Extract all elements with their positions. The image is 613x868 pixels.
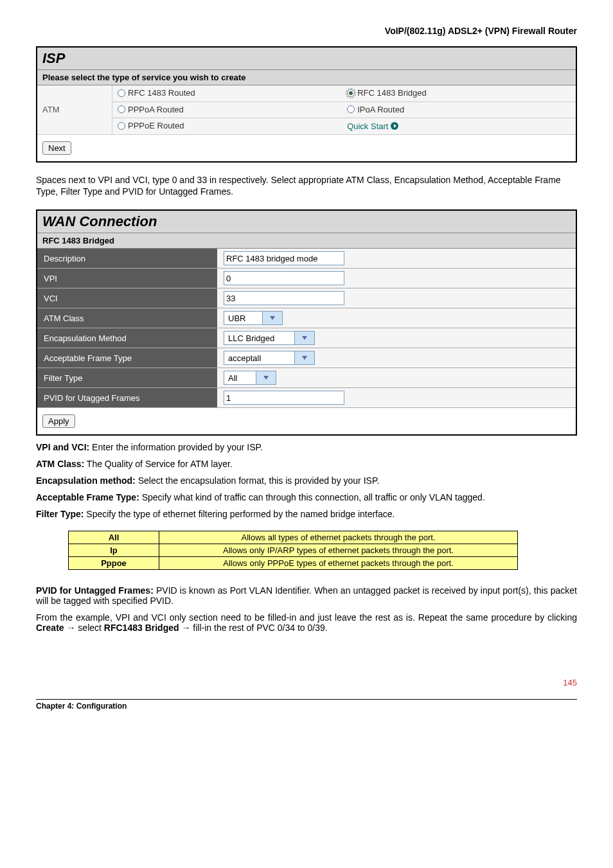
table-row: AllAllows all types of ethernet packets … — [69, 531, 518, 544]
radio-icon — [118, 89, 125, 97]
desc-body: Select the encapsulation format, this is… — [136, 475, 380, 486]
isp-panel: ISP Please select the type of service yo… — [36, 46, 577, 163]
chevron-down-icon — [262, 312, 282, 324]
wan-title: WAN Connection — [37, 211, 576, 233]
row-label: PVID for Utagged Frames — [37, 388, 217, 408]
radio-label: IPoA Routed — [357, 105, 404, 114]
filter-head: Ip — [69, 544, 159, 557]
desc-body: The Quality of Service for ATM layer. — [84, 459, 233, 469]
desc-encap: Encapsulation method: Select the encapsu… — [36, 475, 577, 486]
desc-head: Encapsulation method: — [36, 475, 136, 486]
wan-subtitle: RFC 1483 Bridged — [37, 233, 576, 249]
radio-label: RFC 1483 Bridged — [357, 88, 427, 98]
text: → fill-in the rest of PVC 0/34 to 0/39. — [179, 623, 328, 633]
isp-table: ATM RFC 1483 Routed RFC 1483 Bridged PPP… — [37, 85, 576, 135]
desc-head: ATM Class: — [36, 459, 84, 469]
footer: Chapter 4: Configuration — [36, 699, 577, 711]
pvid-input[interactable] — [224, 391, 344, 405]
radio-rfc-routed[interactable]: RFC 1483 Routed — [118, 88, 195, 98]
text: → select — [64, 623, 104, 633]
vci-input[interactable] — [224, 291, 344, 305]
page-header-title: VoIP/(802.11g) ADSL2+ (VPN) Firewall Rou… — [36, 26, 577, 36]
para-last: From the example, VPI and VCI only secti… — [36, 612, 577, 633]
radio-label: RFC 1483 Routed — [128, 88, 195, 98]
isp-row-head: ATM — [37, 85, 112, 134]
atm-class-select[interactable]: UBR — [224, 311, 283, 325]
row-label: Filter Type — [37, 368, 217, 388]
play-icon — [391, 122, 398, 130]
row-label: Acceptable Frame Type — [37, 348, 217, 368]
radio-ipoa[interactable]: IPoA Routed — [347, 105, 404, 114]
frame-type-select[interactable]: acceptall — [224, 351, 315, 365]
table-row: IpAllows only IP/ARP types of ethernet p… — [69, 544, 518, 557]
chevron-down-icon — [294, 351, 314, 364]
radio-pppoe[interactable]: PPPoE Routed — [118, 121, 184, 130]
radio-pppoa[interactable]: PPPoA Routed — [118, 105, 184, 114]
radio-icon — [347, 105, 355, 113]
encap-select[interactable]: LLC Bridged — [224, 331, 315, 345]
row-label: VPI — [37, 269, 217, 288]
radio-icon — [118, 105, 125, 113]
create-bold: Create — [36, 623, 64, 633]
row-label: Encapsulation Method — [37, 328, 217, 348]
desc-head: PVID for Untagged Frames: — [36, 585, 154, 596]
row-label: ATM Class — [37, 308, 217, 328]
radio-label: PPPoE Routed — [128, 121, 184, 130]
rfc-bold: RFC1483 Bridged — [104, 623, 179, 633]
select-value: LLC Bridged — [224, 333, 278, 343]
filter-desc: Allows only PPPoE types of ethernet pack… — [159, 557, 518, 570]
filter-type-select[interactable]: All — [224, 371, 276, 385]
next-button[interactable]: Next — [42, 141, 71, 155]
filter-head: All — [69, 531, 159, 544]
desc-body: Specify what kind of traffic can through… — [139, 492, 485, 502]
filter-desc: Allows only IP/ARP types of ethernet pac… — [159, 544, 518, 557]
desc-pvid: PVID for Untagged Frames: PVID is known … — [36, 585, 577, 606]
desc-head: VPI and VCI: — [36, 442, 89, 452]
para-spaces: Spaces next to VPI and VCI, type 0 and 3… — [36, 174, 577, 199]
filter-type-table: AllAllows all types of ethernet packets … — [68, 531, 518, 570]
radio-icon — [118, 122, 125, 130]
desc-head: Filter Type: — [36, 509, 84, 519]
select-value: All — [224, 373, 241, 383]
filter-desc: Allows all types of ethernet packets thr… — [159, 531, 518, 544]
filter-head: Pppoe — [69, 557, 159, 570]
page-number: 145 — [36, 678, 577, 687]
apply-button[interactable]: Apply — [42, 414, 75, 428]
desc-aft: Acceptable Frame Type: Specify what kind… — [36, 492, 577, 502]
quick-start-label: Quick Start — [347, 121, 388, 131]
row-label: Description — [37, 249, 217, 269]
radio-icon — [347, 89, 355, 97]
select-value: acceptall — [224, 353, 265, 363]
chapter-label: Chapter 4: Configuration — [36, 702, 127, 711]
desc-ft: Filter Type: Specify the type of etherne… — [36, 509, 577, 519]
chevron-down-icon — [256, 371, 276, 384]
text: From the example, VPI and VCI only secti… — [36, 612, 577, 623]
radio-rfc-bridged[interactable]: RFC 1483 Bridged — [347, 88, 427, 98]
row-label: VCI — [37, 288, 217, 308]
select-value: UBR — [224, 314, 249, 323]
desc-vpi-vci: VPI and VCI: Enter the information provi… — [36, 442, 577, 452]
description-input[interactable] — [224, 251, 344, 265]
table-row: PppoeAllows only PPPoE types of ethernet… — [69, 557, 518, 570]
wan-panel: WAN Connection RFC 1483 Bridged Descript… — [36, 209, 577, 436]
desc-body: Specify the type of ethernet filtering p… — [84, 509, 395, 519]
radio-label: PPPoA Routed — [128, 105, 184, 114]
desc-head: Acceptable Frame Type: — [36, 492, 139, 502]
isp-title: ISP — [37, 48, 576, 70]
chevron-down-icon — [294, 332, 314, 344]
desc-body: Enter the information provided by your I… — [89, 442, 263, 452]
desc-atm: ATM Class: The Quality of Service for AT… — [36, 459, 577, 469]
wan-table: Description VPI VCI ATM Class UBR Encaps… — [37, 249, 576, 408]
vpi-input[interactable] — [224, 271, 344, 285]
quick-start-link[interactable]: Quick Start — [347, 121, 398, 131]
isp-subtitle: Please select the type of service you wi… — [37, 70, 576, 85]
